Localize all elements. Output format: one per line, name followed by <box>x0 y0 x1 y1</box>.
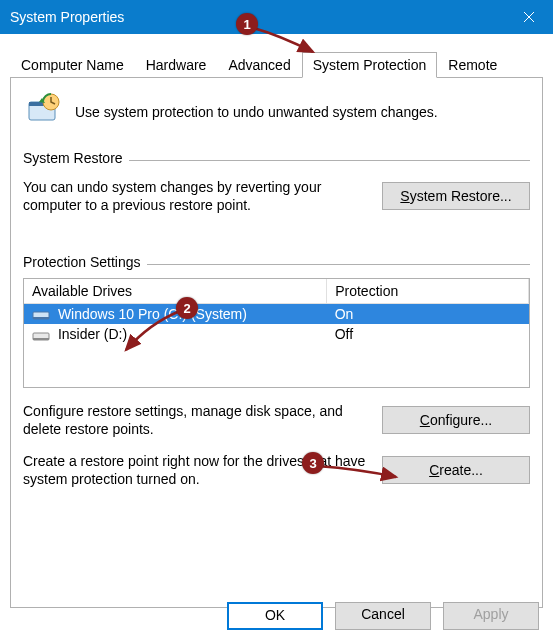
svg-rect-7 <box>33 317 49 319</box>
drive-name: Insider (D:) <box>58 326 127 342</box>
tab-computer-name[interactable]: Computer Name <box>10 52 135 77</box>
col-available-drives[interactable]: Available Drives <box>24 279 327 304</box>
group-system-restore: System Restore You can undo system chang… <box>23 150 530 214</box>
apply-button[interactable]: Apply <box>443 602 539 630</box>
drive-row[interactable]: Insider (D:) Off <box>24 324 529 344</box>
info-text: Use system protection to undo unwanted s… <box>75 104 438 120</box>
create-button[interactable]: Create... <box>382 456 530 484</box>
configure-button[interactable]: Configure... <box>382 406 530 434</box>
annotation-marker-1: 1 <box>236 13 258 35</box>
titlebar: System Properties <box>0 0 553 34</box>
tab-strip: Computer Name Hardware Advanced System P… <box>10 52 543 78</box>
configure-text: Configure restore settings, manage disk … <box>23 402 372 438</box>
footer-buttons: OK Cancel Apply <box>227 602 539 630</box>
tab-remote[interactable]: Remote <box>437 52 508 77</box>
close-button[interactable] <box>505 0 553 34</box>
group-protection-settings: Protection Settings Available Drives Pro… <box>23 254 530 488</box>
drive-icon <box>32 329 50 343</box>
tab-advanced[interactable]: Advanced <box>217 52 301 77</box>
drive-protection: On <box>327 304 529 325</box>
tab-system-protection[interactable]: System Protection <box>302 52 438 78</box>
drive-protection: Off <box>327 324 529 344</box>
tab-hardware[interactable]: Hardware <box>135 52 218 77</box>
ok-button[interactable]: OK <box>227 602 323 630</box>
svg-rect-9 <box>33 338 49 340</box>
tab-content: Use system protection to undo unwanted s… <box>10 78 543 608</box>
annotation-marker-2: 2 <box>176 297 198 319</box>
group-title-restore: System Restore <box>23 150 129 166</box>
col-protection[interactable]: Protection <box>327 279 529 304</box>
system-restore-icon <box>23 92 63 132</box>
group-title-protection: Protection Settings <box>23 254 147 270</box>
drives-list[interactable]: Available Drives Protection Windows 10 P… <box>23 278 530 388</box>
annotation-marker-3: 3 <box>302 452 324 474</box>
drive-name: Windows 10 Pro (C:) (System) <box>58 306 247 322</box>
system-restore-button[interactable]: System Restore... <box>382 182 530 210</box>
restore-text: You can undo system changes by reverting… <box>23 178 372 214</box>
close-icon <box>523 11 535 23</box>
drive-row[interactable]: Windows 10 Pro (C:) (System) On <box>24 304 529 325</box>
cancel-button[interactable]: Cancel <box>335 602 431 630</box>
drive-icon <box>32 308 50 322</box>
